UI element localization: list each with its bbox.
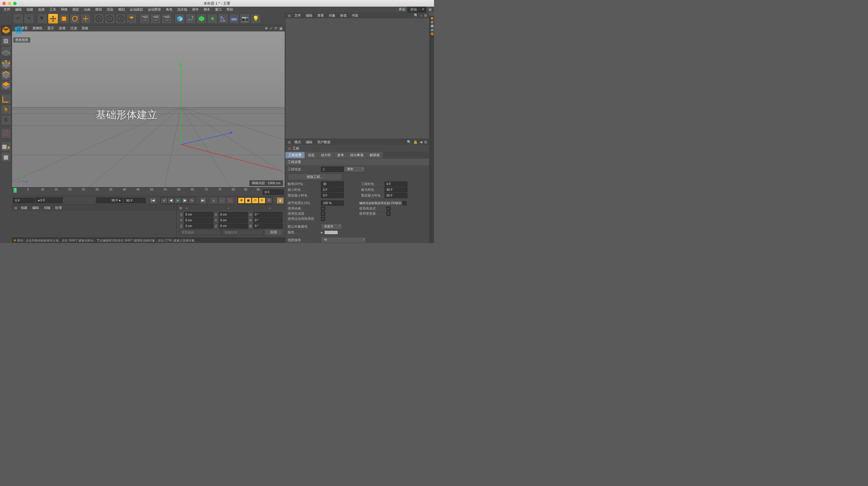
def-checkbox[interactable]: ✓	[386, 212, 391, 216]
mat-menu-texture[interactable]: 纹理	[53, 205, 64, 210]
frame-field-3[interactable]: 90 F ▸	[96, 197, 123, 203]
menu-script[interactable]: 脚本	[201, 7, 213, 12]
menu-character[interactable]: 角色	[163, 7, 175, 12]
am-menu-mode[interactable]: 模式	[292, 140, 303, 144]
mot-checkbox[interactable]: ✓	[321, 217, 325, 221]
tweak-button[interactable]: 🖱	[1, 104, 11, 115]
color-swatch[interactable]	[324, 230, 338, 234]
spline-button[interactable]	[185, 13, 196, 24]
menu-window[interactable]: 窗口	[213, 7, 224, 12]
menu-create[interactable]: 创建	[24, 7, 36, 12]
om-menu-file[interactable]: 文件	[292, 13, 303, 18]
defcolor-dropdown[interactable]: 灰蓝色	[321, 223, 342, 229]
cube-primitive-button[interactable]	[175, 13, 185, 24]
pos-x-field[interactable]: 0 cm	[184, 212, 213, 217]
vtab-browser[interactable]: 内容浏览器	[429, 20, 434, 24]
pos-z-field[interactable]: 0 cm	[184, 223, 213, 229]
proj-scale-field[interactable]: 1	[321, 167, 344, 172]
am-menu-userdata[interactable]: 用户数据	[315, 140, 333, 144]
last-tool-button[interactable]	[81, 13, 91, 24]
deformer-button[interactable]	[218, 13, 228, 24]
workplane-lock-button[interactable]: ▦🔒	[1, 141, 11, 152]
menu-help[interactable]: 帮助	[224, 7, 236, 12]
am-search-icon[interactable]: 🔍	[406, 140, 412, 144]
play-back-button[interactable]: ◀|	[168, 197, 174, 203]
proj-unit-dropdown[interactable]: 厘米	[344, 166, 365, 172]
tab-todo[interactable]: 待办事项	[347, 152, 367, 158]
om-menu-object[interactable]: 对象	[326, 13, 338, 18]
coord-scale-dropdown[interactable]: 缩放比例	[222, 229, 264, 235]
model-mode-button[interactable]	[1, 25, 11, 35]
layout-browse-icon[interactable]: ▦	[427, 7, 433, 11]
workplane-button[interactable]	[1, 46, 11, 56]
menu-mograph[interactable]: 运动图形	[145, 7, 163, 12]
fps-field[interactable]: 30	[321, 182, 344, 187]
view-nav-rotate-icon[interactable]: ⟳	[274, 26, 278, 30]
redo-button[interactable]: ↷	[24, 13, 34, 24]
tab-info[interactable]: 信息	[305, 152, 318, 158]
live-select-button[interactable]	[37, 13, 48, 24]
view-nav-panels-icon[interactable]: ▣	[278, 26, 283, 30]
timeline-current-field[interactable]: 0 F	[263, 189, 284, 195]
view-nav-zoom-icon[interactable]: ⤢	[269, 26, 274, 30]
frame-field-2[interactable]: ◂ 0 F	[36, 197, 63, 203]
next-key-button[interactable]: ⤷	[188, 197, 195, 203]
maxlen-field[interactable]: 90 F	[384, 187, 407, 192]
menu-simulate[interactable]: 模拟	[93, 7, 104, 12]
menu-plugins[interactable]: 插件	[190, 7, 201, 12]
x-axis-button[interactable]: X	[94, 13, 104, 24]
tab-dynamics[interactable]: 动力学	[318, 152, 334, 158]
texture-mode-button[interactable]: ▨	[1, 36, 11, 46]
rot-b-field[interactable]: 0 °	[253, 223, 283, 229]
tab-ref[interactable]: 参考	[334, 152, 347, 158]
keyframe-sel-button[interactable]: ◆	[226, 197, 234, 204]
vtab-materials[interactable]: 材质	[429, 16, 434, 20]
menu-tracking[interactable]: 运动跟踪	[127, 7, 145, 12]
points-mode-button[interactable]	[1, 59, 11, 70]
om-plus-icon[interactable]: ⊞	[423, 13, 428, 18]
key-options-button[interactable]: ▮	[277, 197, 284, 204]
play-fwd-button[interactable]: |▶	[182, 197, 188, 203]
workplane-toggle-button[interactable]: ▦	[1, 152, 11, 162]
light-button[interactable]: 💡	[251, 13, 261, 24]
zoom-dot[interactable]	[13, 2, 17, 5]
color-expand-icon[interactable]: ▶	[321, 231, 323, 234]
key-rot-button[interactable]: ⟳	[252, 197, 258, 203]
am-lock-icon[interactable]: 🔓	[412, 140, 418, 144]
view-nav-move-icon[interactable]: ✥	[264, 26, 269, 30]
tab-project[interactable]: 工程设置	[285, 152, 305, 158]
grip-icon[interactable]: ▦	[286, 140, 292, 144]
timeline-ruler[interactable]: 0 5 10 15 20 25 30 35 40 45 50 55 60 65 …	[12, 188, 285, 196]
scale-tool-button[interactable]	[59, 13, 69, 24]
crop-dropdown[interactable]: 中	[321, 237, 366, 243]
key-pos-button[interactable]: ✥	[238, 197, 245, 203]
perspective-viewport[interactable]: 透视视图	[12, 31, 285, 187]
move-tool-button[interactable]	[48, 13, 58, 24]
frame-field-4[interactable]: 90 F	[124, 198, 146, 203]
lod-field[interactable]: 100 %	[321, 200, 344, 205]
pos-y-field[interactable]: 0 cm	[184, 218, 213, 223]
view-menu-panel[interactable]: 面板	[79, 26, 91, 30]
projlen-field[interactable]: 0 F	[384, 182, 407, 187]
om-home-icon[interactable]: ⌂	[419, 13, 423, 18]
om-menu-edit[interactable]: 编辑	[303, 13, 315, 18]
grip-icon[interactable]: ▦	[286, 13, 292, 18]
menu-edit[interactable]: 编辑	[13, 7, 24, 12]
rot-h-field[interactable]: 0 °	[253, 212, 283, 217]
size-x-field[interactable]: 0 cm	[219, 212, 248, 217]
undo-button[interactable]: ↶	[13, 13, 23, 24]
menu-sculpt[interactable]: 雕刻	[116, 7, 127, 12]
autokey-button[interactable]: ●	[218, 197, 226, 204]
camera-button[interactable]: 📷	[240, 13, 250, 24]
menu-select[interactable]: 选择	[36, 7, 47, 12]
menu-animate[interactable]: 动画	[82, 7, 93, 12]
pmin-field[interactable]: 0 F	[321, 193, 344, 198]
om-menu-view[interactable]: 查看	[315, 13, 326, 18]
om-menu-bookmarks[interactable]: 书签	[349, 13, 361, 18]
layout-dropdown[interactable]: 启动	[407, 7, 426, 12]
goto-end-button[interactable]: ▶|	[199, 197, 207, 204]
size-y-field[interactable]: 0 cm	[219, 218, 248, 223]
rot-p-field[interactable]: 0 °	[253, 218, 283, 223]
menu-file[interactable]: 文件	[1, 7, 13, 12]
record-button[interactable]: ●	[210, 197, 217, 204]
